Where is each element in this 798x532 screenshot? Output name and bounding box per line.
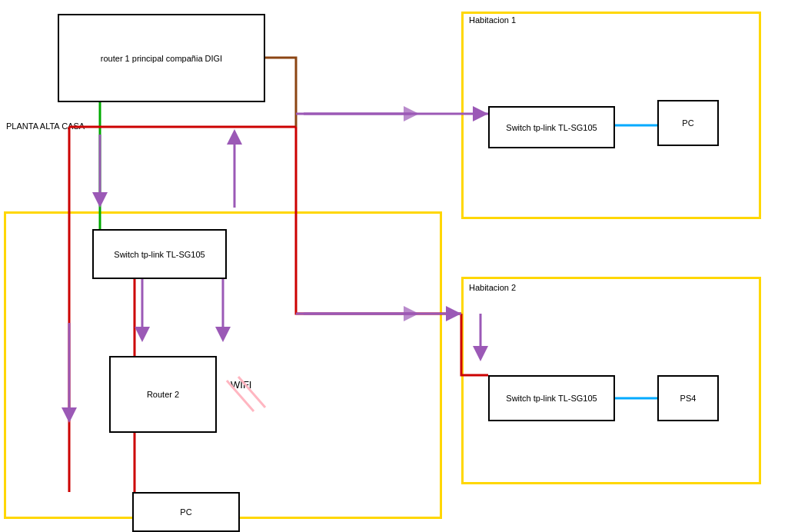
- pc2-box: PC: [132, 492, 240, 532]
- router1-label: router 1 principal compañia DIGI: [101, 54, 222, 63]
- switch1-box: Switch tp-link TL-SG105: [92, 229, 227, 279]
- pc2-label: PC: [180, 507, 191, 517]
- router2-box: Router 2: [109, 356, 217, 433]
- network-diagram: Habitacion 1 Habitacion 2 PLANTA ALTA CA…: [0, 0, 798, 532]
- svg-marker-8: [404, 106, 419, 121]
- svg-marker-16: [227, 129, 242, 145]
- svg-marker-10: [446, 306, 461, 321]
- ps4-box: PS4: [657, 375, 719, 421]
- svg-marker-14: [92, 192, 108, 208]
- switch1-label: Switch tp-link TL-SG105: [114, 250, 204, 259]
- switch3-box: Switch tp-link TL-SG105: [488, 375, 615, 421]
- planta-alta-label: PLANTA ALTA CASA: [6, 121, 85, 131]
- router2-label: Router 2: [147, 390, 179, 399]
- switch2-label: Switch tp-link TL-SG105: [506, 123, 597, 132]
- pc1-box: PC: [657, 100, 719, 146]
- ps4-label: PS4: [680, 394, 697, 403]
- switch2-box: Switch tp-link TL-SG105: [488, 106, 615, 148]
- router1-box: router 1 principal compañia DIGI: [58, 14, 265, 102]
- habitacion1-label: Habitacion 1: [469, 15, 516, 25]
- pc1-label: PC: [682, 118, 693, 128]
- habitacion2-label: Habitacion 2: [469, 283, 516, 292]
- switch3-label: Switch tp-link TL-SG105: [506, 394, 597, 403]
- wifi-label: WIFI: [231, 379, 251, 391]
